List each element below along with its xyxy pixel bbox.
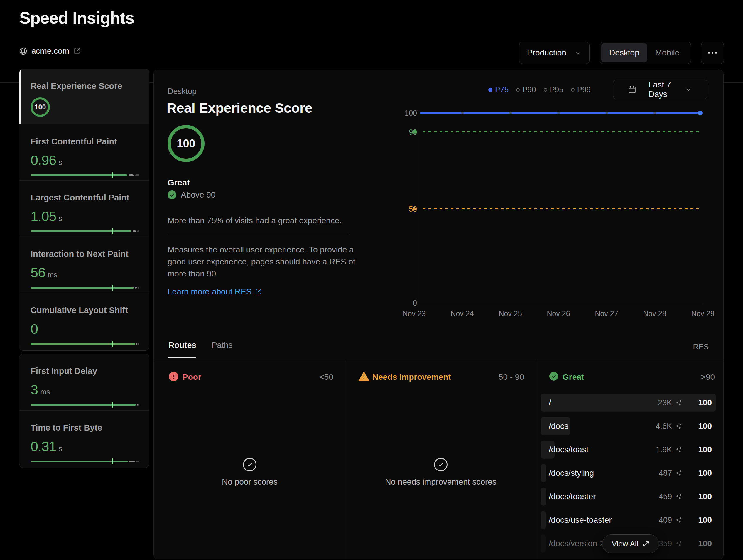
route-count: 459 bbox=[659, 492, 672, 501]
legend-item-p99[interactable]: P99 bbox=[571, 85, 591, 94]
p75-tick bbox=[112, 341, 113, 347]
date-range-dropdown[interactable]: Last 7 Days bbox=[613, 80, 707, 99]
column-divider bbox=[536, 360, 536, 559]
needs-improvement-icon: ! bbox=[359, 371, 369, 381]
needs-improvement-empty-text: No needs improvement scores bbox=[385, 477, 496, 487]
metric-card-real-experience-score[interactable]: Real Experience Score 100 bbox=[19, 69, 149, 124]
device-mobile-button[interactable]: Mobile bbox=[647, 43, 687, 62]
view-all-label: View All bbox=[612, 540, 639, 549]
poor-empty-text: No poor scores bbox=[222, 477, 277, 487]
great-column-label: Great bbox=[563, 373, 584, 382]
p90-circle-icon bbox=[516, 88, 520, 92]
metric-value: 1.05 bbox=[31, 208, 56, 224]
score-ring: 100 bbox=[31, 97, 50, 117]
metric-card-largest-contentful-paint[interactable]: Largest Contentful Paint 1.05s bbox=[19, 180, 149, 236]
chevron-down-icon bbox=[575, 50, 582, 56]
route-row[interactable]: / 23K 100 bbox=[540, 394, 716, 412]
metric-label: Real Experience Score bbox=[31, 81, 138, 91]
traffic-bar bbox=[540, 534, 545, 553]
tab-paths[interactable]: Paths bbox=[212, 340, 233, 358]
site-selector[interactable]: acme.com bbox=[19, 46, 81, 56]
datapoints-icon bbox=[675, 540, 683, 547]
datapoints-icon bbox=[675, 446, 683, 453]
res-title: Real Experience Score bbox=[167, 100, 312, 116]
date-range-label: Last 7 Days bbox=[649, 80, 672, 99]
metric-value: 0.96 bbox=[31, 152, 56, 168]
metric-value: 0 bbox=[31, 321, 38, 337]
score-value: 100 bbox=[35, 103, 46, 111]
x-tick: Nov 29 bbox=[691, 309, 714, 318]
res-score-ring: 100 bbox=[168, 125, 205, 162]
p75-tick bbox=[112, 228, 113, 234]
metric-card-first-contentful-paint[interactable]: First Contentful Paint 0.96s bbox=[19, 124, 149, 180]
route-count: 1.9K bbox=[656, 445, 672, 454]
route-row[interactable]: /docs/toaster 459 100 bbox=[540, 487, 716, 506]
metric-card-time-to-first-byte[interactable]: Time to First Byte 0.31s bbox=[19, 410, 149, 468]
data-point bbox=[509, 112, 512, 114]
description-text: Measures the overall user experience. To… bbox=[168, 244, 361, 280]
y-tick-100: 100 bbox=[399, 109, 417, 117]
res-score-value: 100 bbox=[177, 137, 195, 150]
legend-item-p95[interactable]: P95 bbox=[544, 85, 563, 94]
section-divider bbox=[154, 360, 724, 360]
route-row[interactable]: /docs 4.6K 100 bbox=[540, 417, 716, 435]
metrics-group-core: Real Experience Score 100 First Contentf… bbox=[19, 69, 149, 351]
metric-value-row: 3ms bbox=[31, 382, 138, 401]
learn-more-link[interactable]: Learn more about RES bbox=[168, 287, 262, 296]
poor-column-label: Poor bbox=[182, 373, 201, 382]
device-desktop-button[interactable]: Desktop bbox=[601, 43, 647, 62]
x-tick: Nov 24 bbox=[450, 309, 474, 318]
p75-dot-icon bbox=[488, 88, 492, 92]
metric-threshold-bar bbox=[31, 404, 139, 405]
data-point bbox=[557, 112, 560, 114]
metric-card-first-input-delay[interactable]: First Input Delay 3ms bbox=[19, 354, 149, 410]
metric-card-cumulative-layout-shift[interactable]: Cumulative Layout Shift 0 bbox=[19, 293, 149, 350]
toolbar: Production Desktop Mobile bbox=[519, 42, 724, 64]
tab-routes[interactable]: Routes bbox=[168, 340, 196, 358]
route-count: 23K bbox=[658, 398, 672, 407]
route-path: /docs/toast bbox=[549, 445, 656, 454]
environment-dropdown[interactable]: Production bbox=[519, 42, 589, 64]
metric-value: 56 bbox=[31, 265, 45, 280]
poor-empty-state: No poor scores bbox=[191, 458, 308, 487]
metric-value: 3 bbox=[31, 382, 38, 397]
x-tick: Nov 25 bbox=[498, 309, 522, 318]
calendar-icon bbox=[620, 85, 644, 94]
metrics-sidebar: Real Experience Score 100 First Contentf… bbox=[19, 69, 149, 468]
view-all-button[interactable]: View All bbox=[602, 534, 659, 553]
route-score: 100 bbox=[686, 445, 712, 454]
route-row[interactable]: /docs/toast 1.9K 100 bbox=[540, 440, 716, 459]
route-score: 100 bbox=[686, 468, 712, 478]
metric-label: Largest Contentful Paint bbox=[31, 193, 138, 203]
datapoints-icon bbox=[675, 423, 683, 430]
route-path: /docs/toaster bbox=[549, 492, 659, 501]
metric-label: Cumulative Layout Shift bbox=[31, 306, 138, 315]
route-count: 487 bbox=[659, 469, 672, 478]
needs-improvement-range-label: 50 - 90 bbox=[456, 373, 524, 382]
p75-tick bbox=[112, 459, 113, 464]
poor-threshold-marker bbox=[412, 207, 417, 210]
route-row[interactable]: /docs/use-toaster 409 100 bbox=[540, 511, 716, 529]
legend-item-p75[interactable]: P75 bbox=[488, 85, 509, 94]
threshold-text: Above 90 bbox=[181, 190, 215, 200]
chevron-down-icon bbox=[677, 86, 700, 93]
route-score: 100 bbox=[686, 492, 712, 501]
learn-more-label: Learn more about RES bbox=[168, 287, 252, 296]
page-title: Speed Insights bbox=[19, 8, 134, 28]
route-row[interactable]: /docs/styling 487 100 bbox=[540, 464, 716, 482]
p95-circle-icon bbox=[544, 88, 547, 92]
res-column-label: RES bbox=[693, 342, 709, 351]
more-menu-button[interactable] bbox=[701, 42, 724, 64]
external-link-icon bbox=[254, 288, 262, 296]
metric-label: Time to First Byte bbox=[31, 423, 138, 433]
rating-label: Great bbox=[168, 178, 190, 187]
y-axis-line bbox=[420, 111, 420, 303]
datapoints-icon bbox=[675, 517, 683, 524]
route-path: / bbox=[549, 398, 658, 407]
metric-card-interaction-to-next-paint[interactable]: Interaction to Next Paint 56ms bbox=[19, 236, 149, 293]
legend-item-p90[interactable]: P90 bbox=[516, 85, 536, 94]
main-panel: Desktop Real Experience Score 100 Great … bbox=[154, 70, 724, 559]
route-score: 100 bbox=[686, 422, 712, 431]
x-tick: Nov 26 bbox=[547, 309, 570, 318]
route-score: 100 bbox=[686, 515, 712, 525]
